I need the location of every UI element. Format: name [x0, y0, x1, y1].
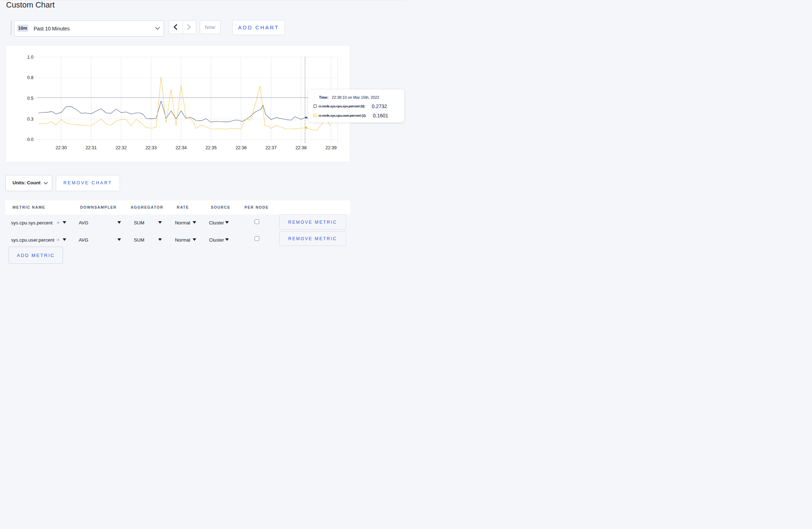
- svg-text:22:35: 22:35: [206, 145, 217, 150]
- svg-text:22:31: 22:31: [86, 145, 97, 150]
- svg-text:22:33: 22:33: [145, 145, 156, 150]
- svg-text:0.3: 0.3: [27, 117, 33, 122]
- svg-text:0.0: 0.0: [27, 137, 33, 142]
- svg-text:1.0: 1.0: [27, 55, 33, 60]
- svg-text:22:38: 22:38: [295, 145, 306, 150]
- svg-text:22:37: 22:37: [265, 145, 276, 150]
- svg-text:0.5: 0.5: [27, 96, 33, 101]
- svg-text:22:36: 22:36: [236, 145, 247, 150]
- svg-text:22:39: 22:39: [325, 145, 337, 150]
- svg-text:0.8: 0.8: [27, 75, 33, 80]
- svg-text:22:32: 22:32: [116, 145, 127, 150]
- svg-text:22:34: 22:34: [175, 145, 187, 150]
- svg-text:22:30: 22:30: [55, 145, 67, 150]
